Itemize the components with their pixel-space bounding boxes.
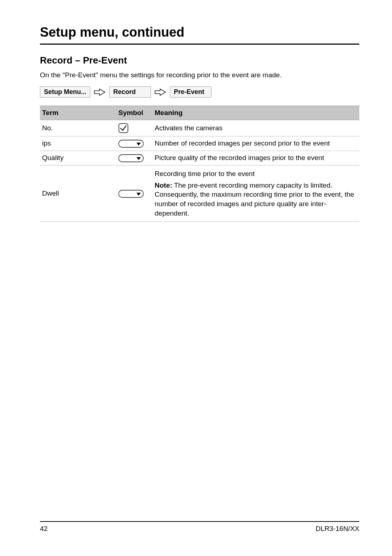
term-cell: ips bbox=[40, 136, 116, 151]
term-cell: Quality bbox=[40, 151, 116, 165]
section-title: Record – Pre-Event bbox=[40, 55, 359, 66]
meaning-cell: Activates the cameras bbox=[152, 120, 359, 136]
note-label: Note: bbox=[155, 181, 172, 189]
term-cell: Dwell bbox=[40, 165, 116, 221]
dropdown-icon bbox=[118, 190, 144, 198]
breadcrumb-pre-event: Pre-Event bbox=[170, 86, 212, 98]
breadcrumb: Setup Menu... Record Pre-Event bbox=[40, 86, 359, 98]
table-row: ips Number of recorded images per second… bbox=[40, 136, 359, 151]
svg-rect-0 bbox=[119, 124, 128, 133]
arrow-right-icon bbox=[153, 88, 168, 96]
checkbox-icon bbox=[118, 123, 128, 133]
breadcrumb-setup-menu: Setup Menu... bbox=[40, 86, 90, 98]
meaning-cell: Number of recorded images per second pri… bbox=[152, 136, 359, 151]
header-term: Term bbox=[40, 106, 116, 120]
arrow-right-icon bbox=[93, 88, 107, 96]
meaning-note: Note: The pre-event recording memory cap… bbox=[155, 181, 356, 218]
table-row: Quality Picture quality of the recorded … bbox=[40, 151, 359, 165]
table-row: Dwell Recording time prior to the event … bbox=[40, 165, 359, 221]
note-body: The pre-event recording memory capacity … bbox=[155, 181, 354, 217]
definitions-table: Term Symbol Meaning No. Activates the ca… bbox=[40, 106, 359, 222]
symbol-cell bbox=[116, 136, 152, 151]
breadcrumb-record: Record bbox=[109, 86, 151, 98]
dropdown-icon bbox=[118, 154, 144, 162]
model-code: DLR3-16N/XX bbox=[316, 525, 359, 533]
table-header-row: Term Symbol Meaning bbox=[40, 106, 359, 120]
table-row: No. Activates the cameras bbox=[40, 120, 359, 136]
title-rule bbox=[40, 44, 359, 45]
symbol-cell bbox=[116, 165, 152, 221]
meaning-primary: Recording time prior to the event bbox=[155, 169, 356, 179]
page-title: Setup menu, continued bbox=[40, 25, 359, 42]
page-footer: 42 DLR3-16N/XX bbox=[40, 521, 359, 533]
term-cell: No. bbox=[40, 120, 116, 136]
symbol-cell bbox=[116, 120, 152, 136]
section-intro: On the "Pre-Event" menu the settings for… bbox=[40, 71, 359, 79]
meaning-cell: Picture quality of the recorded images p… bbox=[152, 151, 359, 165]
header-symbol: Symbol bbox=[116, 106, 152, 120]
symbol-cell bbox=[116, 151, 152, 165]
dropdown-icon bbox=[118, 140, 144, 148]
meaning-cell: Recording time prior to the event Note: … bbox=[152, 165, 359, 221]
header-meaning: Meaning bbox=[152, 106, 359, 120]
document-page: Setup menu, continued Record – Pre-Event… bbox=[0, 0, 392, 556]
page-number: 42 bbox=[40, 525, 48, 533]
